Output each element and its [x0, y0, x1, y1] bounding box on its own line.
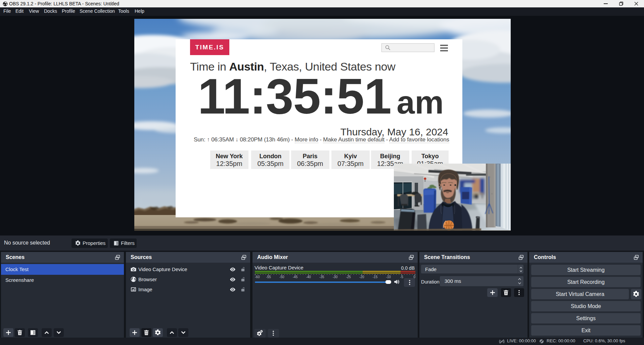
svg-text:-50: -50	[279, 275, 284, 278]
svg-text:-5: -5	[400, 275, 403, 278]
svg-text:-40: -40	[306, 275, 311, 278]
svg-text:-15: -15	[373, 275, 378, 278]
svg-text:-60: -60	[255, 275, 260, 278]
svg-text:-20: -20	[359, 275, 364, 278]
svg-text:-30: -30	[333, 275, 338, 278]
svg-text:0: 0	[413, 275, 415, 278]
svg-text:-35: -35	[319, 275, 324, 278]
svg-text:-45: -45	[293, 275, 298, 278]
svg-text:-25: -25	[346, 275, 351, 278]
svg-text:-55: -55	[266, 275, 271, 278]
svg-text:-10: -10	[386, 275, 391, 278]
